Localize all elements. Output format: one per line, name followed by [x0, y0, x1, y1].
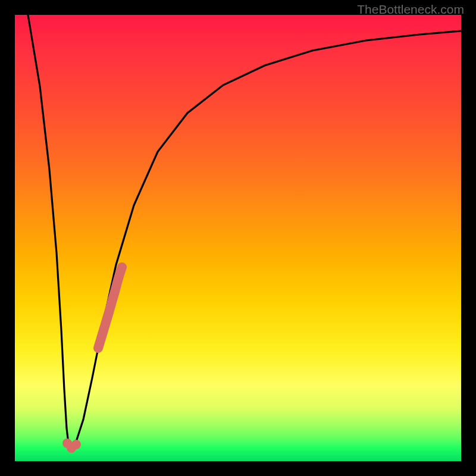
highlight-point-min-3	[71, 440, 81, 449]
bottleneck-chart	[15, 15, 461, 461]
watermark-text: TheBottleneck.com	[357, 2, 464, 17]
highlight-segment-rising	[98, 267, 122, 348]
bottleneck-main-curve	[28, 15, 461, 449]
